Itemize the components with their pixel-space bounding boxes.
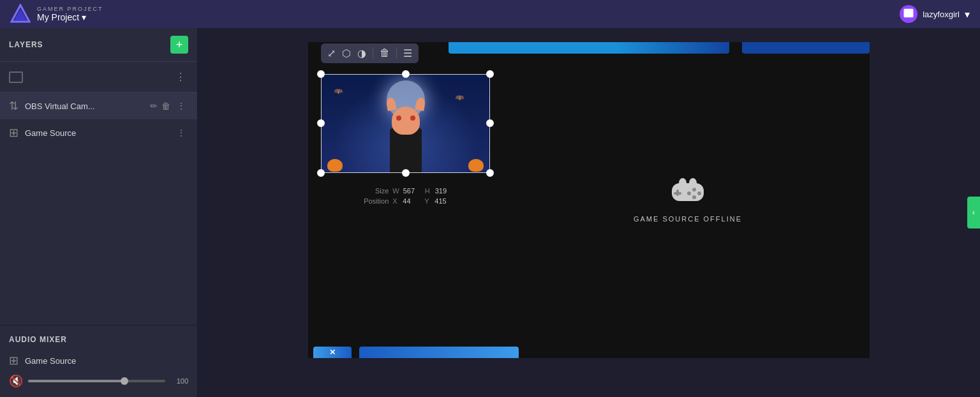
volume-slider-thumb <box>121 377 128 385</box>
delete-toolbar-icon[interactable]: 🗑 <box>380 47 390 59</box>
controller-icon <box>669 177 707 210</box>
size-row: Size W 567 H 319 <box>358 187 452 195</box>
bat-2: 🦇 <box>455 93 464 102</box>
topbar-right: lazyfoxgirl ▾ <box>900 5 970 23</box>
mute-button[interactable]: 🔇 <box>9 374 23 388</box>
bottombar-x-icon: ✕ <box>329 348 336 357</box>
svg-point-9 <box>679 178 687 188</box>
position-row: Position X 44 Y 415 <box>358 197 452 205</box>
handle-bottom-right[interactable] <box>486 169 494 177</box>
mask-icon[interactable]: ◑ <box>357 47 366 59</box>
svg-point-8 <box>687 191 691 195</box>
selection-toolbar: ⤢ ⬡ ◑ 🗑 ☰ <box>321 43 419 63</box>
character-eyes <box>392 116 420 121</box>
height-key: H <box>425 187 431 195</box>
eye-left <box>396 116 401 121</box>
handle-bottom-left[interactable] <box>317 169 325 177</box>
audio-controls: 🔇 100 <box>0 371 197 391</box>
bat-1: 🦇 <box>334 87 343 96</box>
avatar <box>900 5 917 23</box>
svg-point-6 <box>697 191 701 195</box>
layer-item-obs[interactable]: ⇅ OBS Virtual Cam... ✏ 🗑 ⋮ <box>0 93 197 119</box>
preview-bottombar: ✕ <box>313 347 352 358</box>
settings-toolbar-icon[interactable]: ☰ <box>403 47 412 59</box>
selected-layer[interactable]: ⤢ ⬡ ◑ 🗑 ☰ 🦇 🦇 <box>321 74 490 173</box>
svg-point-7 <box>692 195 696 199</box>
layer-actions-obs: ✏ 🗑 ⋮ <box>150 100 188 112</box>
username: lazyfoxgirl <box>923 10 960 19</box>
volume-value: 100 <box>170 377 188 385</box>
y-key: Y <box>424 197 431 205</box>
handle-top-right[interactable] <box>486 70 494 78</box>
preview-topbar <box>449 42 729 54</box>
selection-image: 🦇 🦇 <box>321 74 490 173</box>
game-source-offline: GAME SOURCE OFFLINE <box>634 177 742 223</box>
handle-top-center[interactable] <box>402 70 410 78</box>
delete-icon[interactable]: 🗑 <box>161 101 170 111</box>
gamer-label: GAMER PROJECT <box>37 6 103 12</box>
game-source-menu[interactable]: ⋮ <box>174 126 188 139</box>
sidebar: LAYERS + ⋮ ⇅ OBS Virtual Cam... ✏ 🗑 ⋮ <box>0 28 198 397</box>
main-layout: LAYERS + ⋮ ⇅ OBS Virtual Cam... ✏ 🗑 ⋮ <box>0 28 980 397</box>
camera-icon: ⇅ <box>9 99 19 113</box>
right-panel-toggle[interactable]: ‹ <box>967 197 980 228</box>
character-body <box>390 128 422 173</box>
size-info: Size W 567 H 319 Position X 44 Y 415 <box>358 187 452 205</box>
layer-item-game-source[interactable]: ⊞ Game Source ⋮ <box>0 119 197 146</box>
character <box>380 103 431 173</box>
x-key: X <box>392 197 399 205</box>
user-chevron-icon: ▾ <box>965 8 970 20</box>
handle-bottom-center[interactable] <box>402 169 410 177</box>
layer-actions-game-source: ⋮ <box>174 126 188 139</box>
width-key: W <box>392 187 399 195</box>
preview-wrapper: ✕ GAME <box>308 42 870 358</box>
layer-name-obs: OBS Virtual Cam... <box>25 101 144 111</box>
layers-header: LAYERS + <box>0 28 197 61</box>
chevron-left-icon: ‹ <box>972 208 975 217</box>
preview-topbar-right <box>742 42 870 54</box>
layer-placeholder-menu[interactable]: ⋮ <box>173 70 188 84</box>
topbar: GAMER PROJECT My Project ▾ lazyfoxgirl ▾ <box>0 0 980 28</box>
logo-icon <box>10 4 31 24</box>
add-layer-button[interactable]: + <box>170 36 188 54</box>
preview-bottombar2 <box>359 347 519 358</box>
eye-right <box>410 116 415 121</box>
size-label: Size <box>358 187 389 195</box>
selection-box: ⤢ ⬡ ◑ 🗑 ☰ 🦇 🦇 <box>321 74 490 173</box>
gamepad-icon: ⊞ <box>9 126 19 140</box>
handle-mid-right[interactable] <box>486 119 494 127</box>
volume-slider[interactable] <box>28 380 165 382</box>
image-icon <box>9 71 23 83</box>
audio-title: AUDIO MIXER <box>9 335 67 344</box>
project-info: GAMER PROJECT My Project ▾ <box>37 6 103 22</box>
character-head <box>392 107 420 135</box>
audio-name-game-source: Game Source <box>25 356 76 366</box>
pumpkin-right <box>468 159 484 172</box>
height-value: 319 <box>435 187 453 195</box>
y-value: 415 <box>434 197 452 205</box>
handle-mid-left[interactable] <box>317 119 325 127</box>
volume-slider-fill <box>28 380 124 382</box>
blend-icon[interactable]: ⬡ <box>342 47 351 59</box>
audio-gamepad-icon: ⊞ <box>9 354 19 368</box>
pumpkin-left <box>327 159 343 172</box>
transform-icon[interactable]: ⤢ <box>327 47 336 59</box>
offline-text: GAME SOURCE OFFLINE <box>634 215 742 223</box>
svg-rect-4 <box>674 192 681 195</box>
canvas-area: ✕ GAME <box>198 28 980 397</box>
audio-item-game-source: ⊞ Game Source <box>0 350 197 371</box>
layers-section: LAYERS + ⋮ ⇅ OBS Virtual Cam... ✏ 🗑 ⋮ <box>0 28 197 325</box>
project-chevron-icon: ▾ <box>82 12 86 22</box>
toolbar-divider <box>373 47 373 59</box>
project-name[interactable]: My Project ▾ <box>37 12 103 22</box>
audio-mixer-section: AUDIO MIXER ⊞ Game Source 🔇 100 <box>0 325 197 397</box>
x-value: 44 <box>403 197 420 205</box>
toolbar-divider-2 <box>396 47 397 59</box>
image-layer-placeholder[interactable]: ⋮ <box>0 62 197 93</box>
edit-icon[interactable]: ✏ <box>150 101 158 111</box>
width-value: 567 <box>403 187 421 195</box>
layer-name-game-source: Game Source <box>25 128 168 138</box>
topbar-left: GAMER PROJECT My Project ▾ <box>10 4 103 24</box>
handle-top-left[interactable] <box>317 70 325 78</box>
obs-layer-menu[interactable]: ⋮ <box>174 100 188 112</box>
